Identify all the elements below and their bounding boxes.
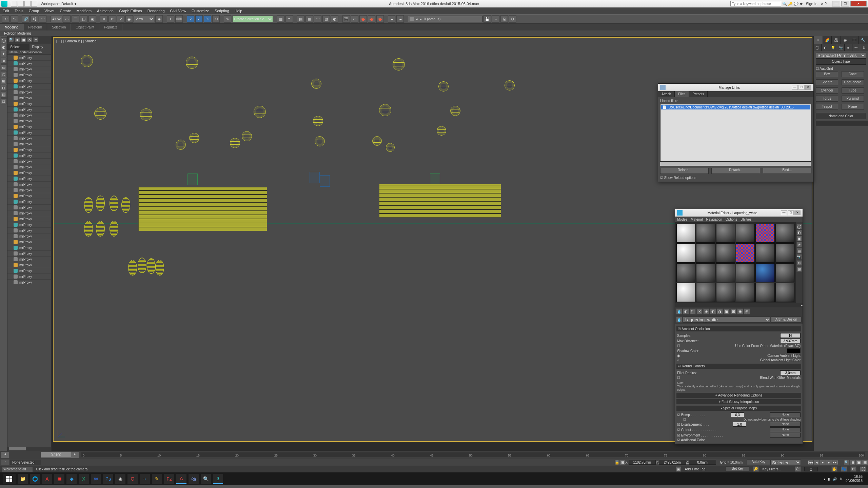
cmd-category-select[interactable]: Standard Primitives xyxy=(816,52,866,58)
ml-bind-button[interactable]: Bind... xyxy=(763,168,811,174)
infocenter-icon[interactable]: 🔍 xyxy=(782,2,787,6)
list-item[interactable]: mrProxy xyxy=(7,136,51,141)
window-crossing-button[interactable]: ▣ xyxy=(88,15,96,23)
select-by-name-button[interactable]: ☰ xyxy=(72,15,79,23)
setkey-button[interactable]: Set Key xyxy=(726,466,749,472)
timeconfig-button[interactable]: ⏱ xyxy=(795,466,801,472)
named-selection-set[interactable]: Create Selection Se xyxy=(232,16,273,22)
explorer-list[interactable]: mrProxymrProxymrProxymrProxymrProxymrPro… xyxy=(7,55,51,447)
list-item[interactable]: mrProxy xyxy=(7,268,51,274)
cmd-tab-utilities[interactable]: 🔧 xyxy=(859,36,868,44)
me-side-btn-1[interactable]: ◯ xyxy=(796,224,802,229)
viewport-label[interactable]: [ + ] [ Camera.B ] [ Shaded ] xyxy=(56,39,98,43)
layer-explorer-button[interactable]: ▤ xyxy=(297,15,304,23)
me-tool-3[interactable]: ⬚ xyxy=(690,308,696,314)
isolate-selection-bar[interactable]: ◂▸0 (default) xyxy=(408,16,482,22)
use-pivot-button[interactable]: ◈ xyxy=(155,15,163,23)
spinner-snap-button[interactable]: ⟲ xyxy=(212,15,220,23)
schematic-view-button[interactable]: ▧ xyxy=(322,15,330,23)
select-object-button[interactable]: ▭ xyxy=(63,15,71,23)
taskbar-search-icon[interactable]: 🔍 xyxy=(201,474,211,484)
me-round-radius-input[interactable] xyxy=(780,370,801,375)
list-item[interactable]: mrProxy xyxy=(7,84,51,89)
ribbon-tab-modeling[interactable]: Modeling xyxy=(0,24,24,30)
list-item[interactable]: mrProxy xyxy=(7,187,51,193)
lock-selection-button[interactable]: 🔒 xyxy=(614,460,620,465)
list-item[interactable]: mrProxy xyxy=(7,89,51,95)
taskbar-autocad-icon[interactable]: A xyxy=(176,474,186,484)
menu-group[interactable]: Group xyxy=(29,9,39,13)
vt-btn-10[interactable]: □ xyxy=(1,98,7,104)
cmd-subtab-geometry[interactable]: ◯ xyxy=(814,44,822,51)
ml-tab-attach[interactable]: Attach xyxy=(658,91,675,97)
render-production-button[interactable]: 🫖 xyxy=(359,15,367,23)
render-gallery-button[interactable]: ☁ xyxy=(396,15,404,23)
cmd-subtab-helpers[interactable]: ◈ xyxy=(845,44,852,51)
btn-pyramid[interactable]: Pyramid xyxy=(842,96,864,102)
cmd-subtab-cameras[interactable]: 📷 xyxy=(837,44,845,51)
me-material-name-select[interactable]: Laquering_white xyxy=(683,317,770,323)
edit-selection-set-button[interactable]: ✎ xyxy=(224,15,231,23)
btn-cone[interactable]: Cone xyxy=(842,71,864,77)
list-item[interactable]: mrProxy xyxy=(7,118,51,124)
list-item[interactable]: mrProxy xyxy=(7,72,51,78)
communication-icon[interactable]: 💬 xyxy=(794,2,798,6)
bind-spacewarp-button[interactable]: 〰 xyxy=(39,15,46,23)
me-tool-4[interactable]: ✕ xyxy=(696,308,703,314)
taskbar-chrome-icon[interactable]: ◉ xyxy=(115,474,125,484)
mirror-button[interactable]: ▥ xyxy=(277,15,284,23)
render-iterative-button[interactable]: 🫖 xyxy=(368,15,375,23)
workspace-selector[interactable]: Workspace: Default xyxy=(41,2,73,6)
ribbon-tab-populate[interactable]: Populate xyxy=(99,24,122,30)
btn-plane[interactable]: Plane xyxy=(842,104,864,110)
taskbar-opera-icon[interactable]: O xyxy=(127,474,138,484)
list-item[interactable]: mrProxy xyxy=(7,159,51,164)
me-tool-6[interactable]: ◐ xyxy=(710,308,716,314)
list-item[interactable]: mrProxy xyxy=(7,66,51,72)
autobackup-button[interactable]: 💾 xyxy=(484,15,491,23)
ml-close-button[interactable]: ✕ xyxy=(805,85,811,90)
list-item[interactable]: mrProxy xyxy=(7,251,51,257)
tray-network-icon[interactable]: ▮ xyxy=(828,477,830,481)
nav-zoomextentsall-button[interactable]: ▦ xyxy=(862,460,868,465)
unlink-button[interactable]: ⛓ xyxy=(31,15,38,23)
taskbar-3dsmax-icon[interactable]: 3 xyxy=(213,474,223,484)
qat-undo-button[interactable] xyxy=(18,1,24,7)
clone-button[interactable]: ⎘ xyxy=(500,15,508,23)
ml-file-item[interactable]: 📄D:\Users\Lino\Documents\DWG\dwg 2015\ot… xyxy=(661,105,810,109)
taskbar-dropbox-icon[interactable]: ◆ xyxy=(66,474,77,484)
ribbon-tab-freeform[interactable]: Freeform xyxy=(24,24,47,30)
coord-z-input[interactable] xyxy=(689,460,716,465)
object-name-input[interactable] xyxy=(816,121,868,126)
taskbar-explorer-icon[interactable]: 📁 xyxy=(18,474,28,484)
next-frame-button[interactable]: ▸ xyxy=(826,460,832,465)
menu-rendering[interactable]: Rendering xyxy=(147,9,165,13)
cmd-tab-create[interactable]: ✦ xyxy=(814,36,823,44)
me-side-btn-2[interactable]: ◐ xyxy=(796,230,802,235)
link-button[interactable]: 🔗 xyxy=(22,15,29,23)
ml-reload-button[interactable]: Reload... xyxy=(660,168,709,174)
me-side-btn-4[interactable]: ☀ xyxy=(796,242,802,247)
me-side-btn-7[interactable]: ⚙ xyxy=(796,260,802,266)
taskbar-notes-icon[interactable]: ✎ xyxy=(152,474,162,484)
vt-btn-6[interactable]: ◌ xyxy=(1,71,7,77)
list-item[interactable]: mrProxy xyxy=(7,141,51,147)
goto-end-button[interactable]: ▸▸| xyxy=(832,460,838,465)
list-item[interactable]: mrProxy xyxy=(7,55,51,61)
btn-geosphere[interactable]: GeoSphere xyxy=(842,79,864,85)
me-side-btn-6[interactable]: 📷 xyxy=(796,254,802,260)
ml-file-list[interactable]: 📄D:\Users\Lino\Documents\DWG\dwg 2015\ot… xyxy=(660,104,811,162)
btn-cylinder[interactable]: Cylinder xyxy=(816,87,838,94)
cmd-subtab-lights[interactable]: 💡 xyxy=(829,44,837,51)
vt-btn-5[interactable]: ▭ xyxy=(1,64,7,70)
list-item[interactable]: mrProxy xyxy=(7,164,51,170)
tray-volume-icon[interactable]: 🔊 xyxy=(833,477,837,481)
menu-tools[interactable]: Tools xyxy=(15,9,23,13)
coord-y-input[interactable] xyxy=(659,460,686,465)
ml-show-reload-checkbox[interactable]: ☑ Show Reload options xyxy=(660,176,811,180)
me-env-checkbox[interactable]: ☑ Environment . . . . . . . . . . . . xyxy=(677,433,723,437)
me-swatch-grid[interactable] xyxy=(675,222,796,303)
material-editor-dialog[interactable]: Material Editor - Laquering_white — □ ✕ … xyxy=(675,209,803,444)
explorer-tab-select[interactable]: Select xyxy=(7,44,29,50)
nav-zoomall-button[interactable]: ⊞ xyxy=(850,460,856,465)
